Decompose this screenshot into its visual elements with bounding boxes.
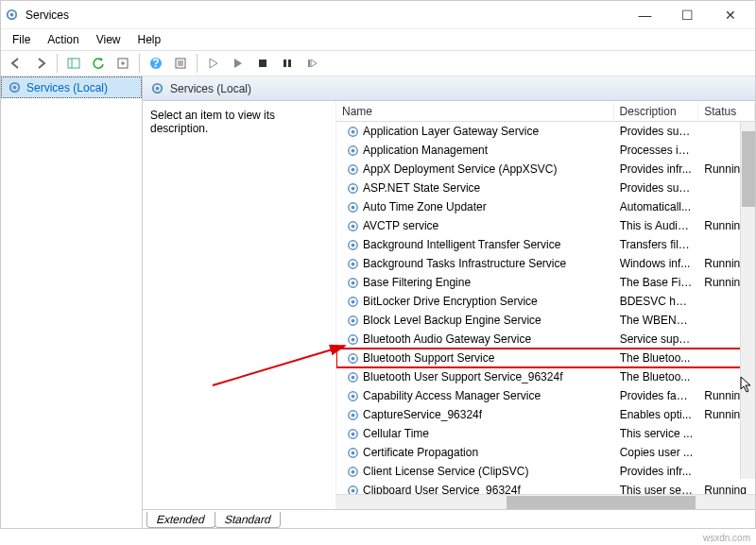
service-name-cell: Auto Time Zone Updater (340, 200, 614, 214)
show-hide-tree-button[interactable] (62, 52, 85, 75)
column-status[interactable]: Status (698, 103, 755, 120)
svg-point-30 (352, 224, 355, 228)
svg-point-56 (352, 469, 355, 473)
properties-button[interactable] (169, 52, 192, 75)
service-name: Background Tasks Infrastructure Service (363, 257, 566, 270)
service-icon (346, 351, 360, 366)
service-desc-cell: Processes in... (614, 144, 699, 157)
window-title: Services (26, 9, 624, 22)
svg-point-18 (156, 87, 160, 91)
service-row[interactable]: Base Filtering EngineThe Base Filt...Run… (336, 273, 755, 292)
service-row[interactable]: Certificate PropagationCopies user ... (336, 443, 755, 462)
services-icon (150, 81, 164, 95)
tab-extended[interactable]: Extended (146, 512, 215, 528)
svg-point-36 (352, 281, 355, 284)
forward-button[interactable] (29, 52, 52, 75)
service-icon (346, 144, 360, 158)
export-button[interactable] (112, 52, 134, 75)
svg-point-52 (352, 432, 355, 435)
service-desc-cell: Provides faci... (614, 389, 699, 402)
titlebar: Services — ☐ ✕ (1, 1, 755, 29)
service-desc-cell: This service ... (614, 427, 699, 440)
service-row[interactable]: CaptureService_96324fEnables opti...Runn… (336, 405, 755, 424)
service-row[interactable]: Application Layer Gateway ServiceProvide… (336, 122, 755, 141)
service-icon (346, 181, 360, 196)
maximize-button[interactable]: ☐ (666, 2, 709, 28)
service-name: Capability Access Manager Service (363, 389, 541, 402)
menu-view[interactable]: View (89, 31, 129, 48)
service-row[interactable]: Clipboard User Service_96324fThis user s… (336, 481, 755, 494)
service-row[interactable]: Bluetooth Audio Gateway ServiceService s… (336, 330, 755, 349)
service-row[interactable]: Background Intelligent Transfer ServiceT… (336, 235, 755, 254)
start-service-button[interactable] (202, 52, 225, 75)
service-icon (346, 465, 360, 479)
services-icon (5, 8, 20, 23)
menu-action[interactable]: Action (40, 31, 86, 48)
service-name: AppX Deployment Service (AppXSVC) (363, 162, 557, 176)
play-button[interactable] (227, 52, 249, 75)
help-button[interactable]: ? (145, 52, 167, 75)
service-row[interactable]: Capability Access Manager ServiceProvide… (336, 386, 755, 405)
minimize-button[interactable]: — (624, 2, 666, 28)
service-row[interactable]: ASP.NET State ServiceProvides sup... (336, 179, 755, 197)
service-name: Bluetooth User Support Service_96324f (363, 370, 562, 383)
service-desc-cell: This is Audio... (614, 219, 699, 232)
service-icon (346, 295, 360, 309)
service-desc-cell: Provides sup... (614, 181, 699, 195)
service-name-cell: BitLocker Drive Encryption Service (340, 295, 614, 309)
service-row[interactable]: AppX Deployment Service (AppXSVC)Provide… (336, 160, 755, 179)
service-row[interactable]: BitLocker Drive Encryption ServiceBDESVC… (336, 292, 755, 311)
back-button[interactable] (5, 52, 27, 75)
column-description[interactable]: Description (614, 103, 699, 120)
toolbar-separator (197, 54, 198, 73)
service-row[interactable]: AVCTP serviceThis is Audio...Running (336, 216, 755, 235)
horizontal-scrollbar[interactable] (336, 494, 755, 509)
vertical-scrollbar[interactable] (740, 122, 755, 479)
service-row[interactable]: Application ManagementProcesses in... (336, 141, 755, 160)
service-icon (346, 484, 360, 495)
svg-point-1 (10, 12, 14, 16)
svg-point-42 (352, 337, 355, 341)
svg-rect-12 (284, 60, 286, 67)
service-desc-cell: Copies user ... (614, 446, 699, 459)
service-row[interactable]: Auto Time Zone UpdaterAutomaticall... (336, 197, 755, 216)
service-icon (346, 162, 360, 177)
service-row[interactable]: Block Level Backup Engine ServiceThe WBE… (336, 311, 755, 330)
toolbar-separator (139, 54, 140, 73)
service-row[interactable]: Bluetooth Support ServiceThe Bluetoo... (336, 349, 755, 367)
scrollbar-thumb[interactable] (742, 131, 755, 207)
tab-standard[interactable]: Standard (215, 512, 282, 528)
menu-help[interactable]: Help (130, 31, 169, 48)
service-name-cell: Background Intelligent Transfer Service (340, 238, 614, 252)
service-desc-cell: BDESVC hos... (614, 295, 699, 308)
refresh-button[interactable] (87, 52, 110, 75)
service-desc-cell: Provides infr... (614, 162, 699, 176)
service-icon (346, 370, 360, 384)
pause-button[interactable] (276, 52, 299, 75)
service-row[interactable]: Bluetooth User Support Service_96324fThe… (336, 367, 755, 386)
menu-file[interactable]: File (5, 31, 38, 48)
service-row[interactable]: Cellular TimeThis service ... (336, 424, 755, 443)
service-name-cell: Bluetooth Support Service (340, 351, 614, 366)
svg-point-48 (352, 394, 355, 398)
svg-text:?: ? (152, 57, 159, 70)
column-name[interactable]: Name (336, 103, 614, 120)
service-icon (346, 276, 360, 290)
tabs: Extended Standard (143, 509, 755, 528)
service-icon (346, 314, 360, 328)
service-row[interactable]: Background Tasks Infrastructure ServiceW… (336, 254, 755, 273)
service-row[interactable]: Client License Service (ClipSVC)Provides… (336, 462, 755, 481)
scrollbar-thumb[interactable] (507, 496, 696, 509)
svg-point-20 (352, 129, 355, 133)
stop-button[interactable] (251, 52, 274, 75)
watermark: wsxdn.com (703, 533, 750, 543)
close-button[interactable]: ✕ (709, 2, 751, 28)
svg-point-50 (352, 413, 355, 417)
svg-point-32 (352, 243, 355, 247)
content-area: Services (Local) Services (Local) Select… (1, 77, 755, 528)
svg-point-24 (352, 167, 355, 171)
service-desc-cell: Service supp... (614, 332, 699, 346)
svg-point-28 (352, 205, 355, 209)
restart-button[interactable] (301, 52, 323, 75)
tree-item-services-local[interactable]: Services (Local) (1, 77, 142, 98)
